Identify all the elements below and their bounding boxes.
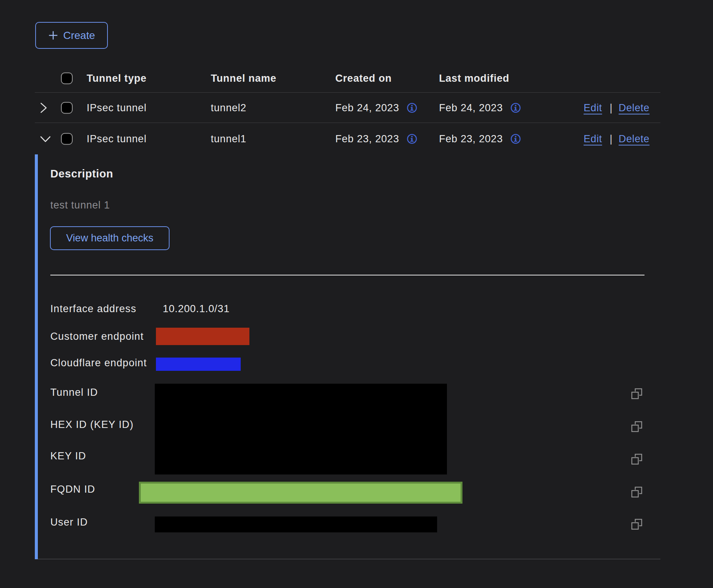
tunnels-table: Tunnel type Tunnel name Created on Last … <box>35 64 660 154</box>
panel-divider <box>50 275 645 275</box>
field-label-cloudflare-endpoint: Cloudflare endpoint <box>50 357 147 369</box>
ipsec-tunnels-page: Create Tunnel type Tunnel name Created o… <box>0 0 713 588</box>
copy-key-id-button[interactable] <box>631 454 642 464</box>
chevron-right-icon <box>40 103 51 113</box>
tunnel-id-redaction <box>155 384 447 474</box>
delete-link[interactable]: Delete <box>619 102 650 114</box>
row-checkbox[interactable] <box>61 102 73 114</box>
header-last-modified: Last modified <box>439 73 509 84</box>
description-heading: Description <box>50 168 113 180</box>
actions-separator: | <box>610 102 613 114</box>
field-label-customer-endpoint: Customer endpoint <box>50 331 144 342</box>
info-icon[interactable] <box>407 103 417 113</box>
copy-tunnel-id-button[interactable] <box>631 388 642 399</box>
field-label-interface-address: Interface address <box>50 303 136 315</box>
copy-user-id-button[interactable] <box>631 519 642 529</box>
view-health-checks-button[interactable]: View health checks <box>50 226 170 250</box>
expanded-row-indicator-bar <box>35 154 38 559</box>
info-icon[interactable] <box>407 134 417 144</box>
cell-tunnel-type: IPsec tunnel <box>87 102 146 114</box>
copy-icon <box>631 454 642 465</box>
edit-link[interactable]: Edit <box>584 102 602 114</box>
field-label-hex-id: HEX ID (KEY ID) <box>50 419 134 431</box>
copy-fqdn-id-button[interactable] <box>631 487 642 497</box>
modified-date: Feb 23, 2023 <box>439 133 503 145</box>
header-created-on: Created on <box>335 73 392 84</box>
create-button[interactable]: Create <box>35 22 108 49</box>
cell-created-on: Feb 23, 2023 <box>335 133 417 145</box>
delete-link[interactable]: Delete <box>619 133 650 145</box>
table-row-tunnel2: IPsec tunnel tunnel2 Feb 24, 2023 Feb 24… <box>35 93 660 123</box>
modified-date: Feb 24, 2023 <box>439 102 503 114</box>
cell-created-on: Feb 24, 2023 <box>335 102 417 114</box>
info-icon[interactable] <box>511 103 521 113</box>
description-text: test tunnel 1 <box>50 199 110 211</box>
expand-row-button[interactable] <box>40 103 51 113</box>
header-tunnel-type: Tunnel type <box>87 73 146 84</box>
field-value-interface-address: 10.200.1.0/31 <box>163 303 230 315</box>
user-id-redaction <box>155 516 437 532</box>
chevron-down-icon <box>40 134 51 144</box>
row-checkbox[interactable] <box>61 133 73 145</box>
copy-icon <box>631 487 642 498</box>
cell-tunnel-type: IPsec tunnel <box>87 133 146 145</box>
cell-tunnel-name: tunnel2 <box>211 102 246 114</box>
cell-tunnel-name: tunnel1 <box>211 133 246 145</box>
info-icon[interactable] <box>511 134 521 144</box>
view-health-checks-label: View health checks <box>66 232 154 244</box>
actions-separator: | <box>610 133 613 145</box>
field-label-fqdn-id: FQDN ID <box>50 484 95 495</box>
created-date: Feb 23, 2023 <box>335 133 399 145</box>
copy-icon <box>631 421 642 432</box>
edit-link[interactable]: Edit <box>584 133 602 145</box>
field-label-key-id: KEY ID <box>50 450 86 462</box>
table-header-row: Tunnel type Tunnel name Created on Last … <box>35 64 660 93</box>
create-button-label: Create <box>63 30 95 42</box>
cell-last-modified: Feb 24, 2023 <box>439 102 521 114</box>
field-label-tunnel-id: Tunnel ID <box>50 387 98 398</box>
created-date: Feb 24, 2023 <box>335 102 399 114</box>
row-actions: Edit | Delete <box>584 133 649 145</box>
copy-icon <box>631 519 642 530</box>
tunnel-details-panel: Description test tunnel 1 View health ch… <box>35 154 660 559</box>
cloudflare-endpoint-redaction <box>156 358 241 371</box>
row-actions: Edit | Delete <box>584 102 649 114</box>
header-tunnel-name: Tunnel name <box>211 73 276 84</box>
cell-last-modified: Feb 23, 2023 <box>439 133 521 145</box>
copy-hex-id-button[interactable] <box>631 421 642 432</box>
copy-icon <box>631 388 642 399</box>
select-all-checkbox[interactable] <box>61 73 73 84</box>
fqdn-id-redaction <box>139 482 462 504</box>
field-label-user-id: User ID <box>50 516 88 528</box>
collapse-row-button[interactable] <box>40 134 51 144</box>
plus-icon <box>48 30 58 40</box>
customer-endpoint-redaction <box>156 328 249 345</box>
table-row-tunnel1: IPsec tunnel tunnel1 Feb 23, 2023 Feb 23… <box>35 123 660 154</box>
